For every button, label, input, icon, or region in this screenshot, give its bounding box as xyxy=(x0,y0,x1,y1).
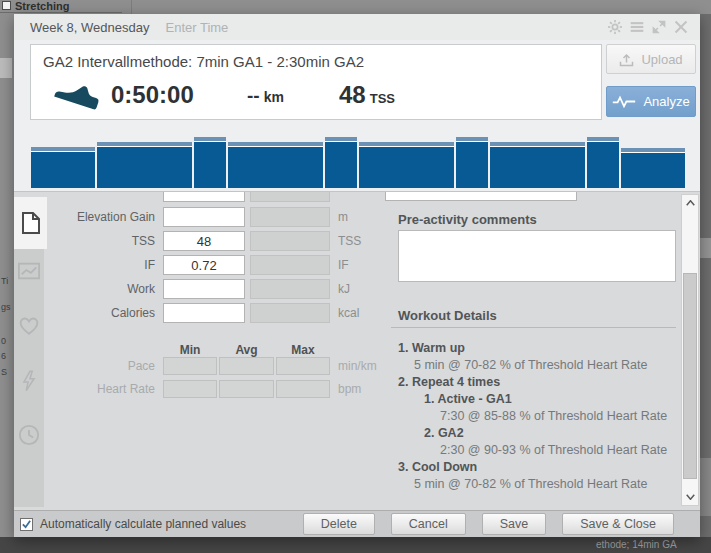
upload-label: Upload xyxy=(641,52,682,67)
workout-step: 2. GA22:30 @ 90-93 % of Threshold Heart … xyxy=(424,425,678,459)
pre-activity-comments-input[interactable] xyxy=(398,230,676,282)
gear-icon[interactable] xyxy=(608,20,622,34)
enter-time-field[interactable]: Enter Time xyxy=(165,20,228,35)
background-text-fragment: 6 xyxy=(1,351,6,361)
completed-work-input xyxy=(250,279,330,299)
scroll-down-arrow-icon[interactable] xyxy=(682,489,698,505)
cancel-button[interactable]: Cancel xyxy=(391,513,466,535)
planned-tss-input[interactable] xyxy=(163,231,245,251)
unit-label: TSS xyxy=(338,234,361,248)
stats-header-max: Max xyxy=(276,343,330,357)
scroll-up-arrow-icon[interactable] xyxy=(682,195,698,211)
planned-tss: 48TSS xyxy=(339,81,395,109)
graph-bar-ga1[interactable] xyxy=(490,142,585,188)
graph-bar-ga2[interactable] xyxy=(587,137,619,188)
workout-summary-card: GA2 Intervallmethode: 7min GA1 - 2:30min… xyxy=(30,44,602,120)
field-label-tss: TSS xyxy=(34,234,155,248)
graph-bar-ga1[interactable] xyxy=(97,142,192,188)
background-calendar-top: Stretching xyxy=(0,0,711,14)
workout-edit-dialog: Week 8, Wednesday Enter Time GA2 Interva… xyxy=(14,14,700,537)
distance-unit: km xyxy=(264,89,284,105)
save-button[interactable]: Save xyxy=(482,513,547,535)
analyze-label: Analyze xyxy=(643,94,689,109)
background-calendar-right xyxy=(700,14,711,537)
delete-button[interactable]: Delete xyxy=(303,513,375,535)
save-close-button[interactable]: Save & Close xyxy=(562,513,674,535)
field-label-elevation-gain: Elevation Gain xyxy=(34,210,155,224)
step-name: 1. Warm up xyxy=(398,340,678,357)
expand-icon[interactable] xyxy=(652,20,666,34)
background-text-fragment: Ti xyxy=(1,276,8,286)
pace-min-input xyxy=(163,357,217,375)
workout-title: GA2 Intervallmethode: 7min GA1 - 2:30min… xyxy=(43,53,364,70)
workout-structure-graph xyxy=(31,126,687,188)
menu-icon[interactable] xyxy=(630,20,644,34)
unit-label: IF xyxy=(338,258,349,272)
graph-bar-cool-down[interactable] xyxy=(621,148,685,188)
completed-elevation-gain-input xyxy=(250,207,330,227)
graph-bar-ga2[interactable] xyxy=(456,137,488,188)
upload-button[interactable]: Upload xyxy=(606,44,696,74)
step-detail: 5 min @ 70-82 % of Threshold Heart Rate xyxy=(398,357,678,374)
workout-step: 2. Repeat 4 times xyxy=(398,374,678,391)
background-text-fragment: gs xyxy=(1,302,11,312)
background-right-patch xyxy=(700,458,711,516)
background-cell-border xyxy=(131,0,132,14)
tss-unit: TSS xyxy=(370,91,395,106)
dialog-title: Week 8, Wednesday xyxy=(30,20,149,35)
planned-duration: 0:50:00 xyxy=(111,81,194,109)
workout-details-divider xyxy=(391,327,676,328)
field-label-work: Work xyxy=(34,282,155,296)
tss-value: 48 xyxy=(339,81,366,108)
auto-calculate-label: Automatically calculate planned values xyxy=(40,517,246,531)
planned-if-input[interactable] xyxy=(163,255,245,275)
workout-step: 3. Cool Down5 min @ 70-82 % of Threshold… xyxy=(398,459,678,493)
graph-bar-warm-up[interactable] xyxy=(31,147,95,188)
background-divider xyxy=(0,12,122,13)
background-right-patch xyxy=(700,238,711,258)
workout-step: 1. Warm up5 min @ 70-82 % of Threshold H… xyxy=(398,340,678,374)
background-text-fragment: 0 xyxy=(1,336,6,346)
waveform-icon xyxy=(612,95,636,108)
step-detail: 5 min @ 70-82 % of Threshold Heart Rate xyxy=(398,476,678,493)
scrollbar[interactable] xyxy=(681,194,699,506)
planned-work-input[interactable] xyxy=(163,279,245,299)
unit-label: kcal xyxy=(338,306,359,320)
background-workout-fragment: ethode; 14min GA xyxy=(596,539,677,550)
graph-bar-ga2[interactable] xyxy=(194,137,226,188)
heart-rate-max-input xyxy=(276,380,330,398)
analyze-button[interactable]: Analyze xyxy=(606,86,696,117)
running-shoe-icon xyxy=(55,77,101,111)
heart-rate-avg-input xyxy=(219,380,274,398)
scrollbar-thumb[interactable] xyxy=(683,273,697,479)
graph-bar-ga1[interactable] xyxy=(359,142,454,188)
auto-calculate-checkbox[interactable] xyxy=(20,518,33,531)
sidebar-tab-clock[interactable] xyxy=(17,422,41,448)
background-text-fragment: S xyxy=(1,367,7,377)
field-label-calories: Calories xyxy=(34,306,155,320)
pace-max-input xyxy=(276,357,330,375)
stats-header-avg: Avg xyxy=(219,343,274,357)
pre-activity-comments-title: Pre-activity comments xyxy=(398,212,537,227)
step-detail: 7:30 @ 85-88 % of Threshold Heart Rate xyxy=(424,408,678,425)
graph-bar-ga2[interactable] xyxy=(325,137,357,188)
background-calendar-left: Tigs06S xyxy=(0,14,14,537)
graph-bar-ga1[interactable] xyxy=(228,142,323,188)
planned-distance: --km xyxy=(247,85,284,107)
dialog-footer: Automatically calculate planned values D… xyxy=(14,510,700,537)
planned-elevation-gain-input[interactable] xyxy=(163,207,245,227)
planned-calories-input[interactable] xyxy=(163,303,245,323)
unit-label: kJ xyxy=(338,282,350,296)
step-name: 1. Active - GA1 xyxy=(424,391,678,408)
close-icon[interactable] xyxy=(674,20,688,34)
completed-calories-input xyxy=(250,303,330,323)
workout-details-list: 1. Warm up5 min @ 70-82 % of Threshold H… xyxy=(398,340,678,493)
background-calendar-bottom: ethode; 14min GA xyxy=(0,537,711,553)
upload-icon xyxy=(619,52,634,67)
unit-label: min/km xyxy=(338,359,377,373)
stats-label-pace: Pace xyxy=(34,359,155,373)
stats-label-heart-rate: Heart Rate xyxy=(34,382,155,396)
clipped-input-disabled xyxy=(250,192,330,202)
completed-tss-input xyxy=(250,231,330,251)
field-label-if: IF xyxy=(34,258,155,272)
